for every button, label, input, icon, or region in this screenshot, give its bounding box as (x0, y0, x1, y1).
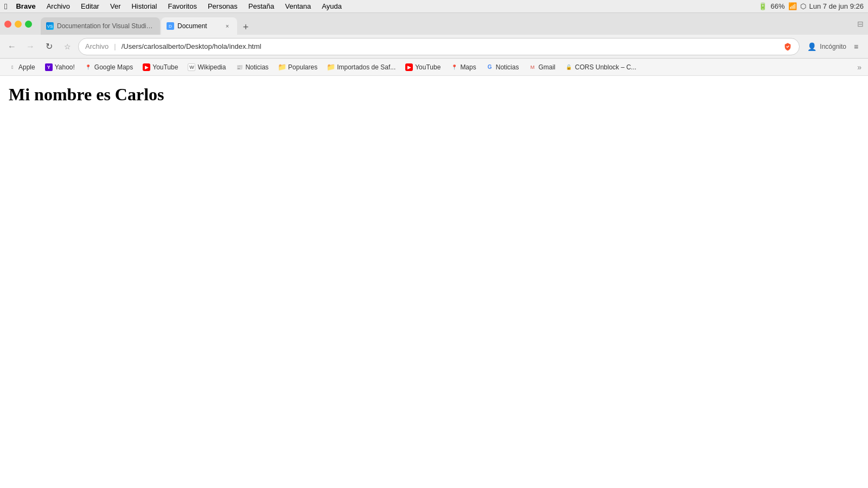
bookmark-maps-label: Google Maps (94, 63, 133, 71)
bookmarks-bar:  Apple Y Yahoo! 📍 Google Maps ▶ YouTube… (0, 59, 868, 76)
address-bar[interactable]: Archivo | /Users/carlosalberto/Desktop/h… (78, 38, 800, 55)
page-heading: Mi nombre es Carlos (9, 85, 859, 105)
bookmark-youtube-label: YouTube (152, 63, 178, 71)
reload-button[interactable]: ↻ (41, 39, 56, 54)
bookmarks-more-button[interactable]: » (855, 62, 864, 73)
bookmark-importados-label: Importados de Saf... (337, 63, 395, 71)
youtube2-bookmark-icon: ▶ (405, 63, 413, 71)
incognito-area: 👤 Incógnito (807, 42, 846, 51)
bookmark-noticias[interactable]: 📰 Noticias (231, 62, 273, 72)
bookmark-yahoo[interactable]: Y Yahoo! (41, 62, 79, 72)
menubar-editar[interactable]: Editar (76, 1, 104, 11)
brave-shield-icon[interactable] (783, 42, 793, 52)
bookmark-gmail-label: Gmail (538, 63, 555, 71)
tab-vscode-docs[interactable]: VS Documentation for Visual Studio C... (41, 17, 160, 35)
maps-bookmark-icon: 📍 (85, 63, 92, 71)
bookmark-wikipedia-label: Wikipedia (197, 63, 226, 71)
page-content: Mi nombre es Carlos (0, 76, 868, 488)
maps2-bookmark-icon: 📍 (450, 63, 458, 71)
macos-menubar:  Brave Archivo Editar Ver Historial Fav… (0, 0, 868, 13)
bookmark-youtube[interactable]: ▶ YouTube (138, 62, 182, 72)
window-controls (4, 21, 32, 28)
window-close-button[interactable] (4, 21, 11, 28)
bluetooth-icon: ⬡ (800, 2, 806, 10)
bookmark-gmail[interactable]: M Gmail (524, 62, 559, 72)
menubar-favoritos[interactable]: Favoritos (163, 1, 201, 11)
tab-close-button[interactable]: × (223, 22, 232, 30)
importados-folder-icon: 📁 (327, 63, 335, 71)
bookmark-maps2[interactable]: 📍 Maps (446, 62, 480, 72)
battery-percent: 66% (770, 2, 784, 10)
nav-right: 👤 Incógnito ≡ (803, 39, 864, 54)
menubar-ver[interactable]: Ver (106, 1, 125, 11)
window-maximize-button[interactable] (25, 21, 32, 28)
bookmark-populares-label: Populares (288, 63, 317, 71)
apple-bookmark-icon:  (9, 63, 16, 71)
bookmark-youtube2[interactable]: ▶ YouTube (401, 62, 445, 72)
tabs-area: VS Documentation for Visual Studio C... … (41, 13, 853, 35)
battery-icon: 🔋 (758, 2, 767, 10)
menubar-personas[interactable]: Personas (203, 1, 242, 11)
bookmark-noticias2-label: Noticias (496, 63, 519, 71)
bookmark-noticias-label: Noticias (245, 63, 269, 71)
youtube-bookmark-icon: ▶ (143, 63, 150, 71)
bookmark-google-maps[interactable]: 📍 Google Maps (80, 62, 137, 72)
browser-title-bar: VS Documentation for Visual Studio C... … (0, 13, 868, 35)
bookmark-noticias2[interactable]: G Noticias (482, 62, 524, 72)
doc-favicon-icon: D (167, 22, 174, 30)
clock-display: Lun 7 de jun 9:26 (809, 2, 864, 10)
menubar-pestana[interactable]: Pestaña (244, 1, 279, 11)
bookmark-cors[interactable]: 🔓 CORS Unblock – C... (561, 62, 641, 72)
cors-bookmark-icon: 🔓 (565, 63, 573, 71)
wikipedia-bookmark-icon: W (188, 63, 195, 71)
sidebar-toggle-icon[interactable]: ⊟ (857, 20, 864, 28)
menubar-ventana[interactable]: Ventana (281, 1, 316, 11)
bookmark-youtube2-label: YouTube (415, 63, 441, 71)
address-path: /Users/carlosalberto/Desktop/hola/index.… (122, 42, 779, 50)
incognito-icon: 👤 (807, 42, 816, 51)
menubar-archivo[interactable]: Archivo (42, 1, 74, 11)
new-tab-button[interactable]: + (238, 20, 253, 35)
menubar-right: 🔋 66% 📶 ⬡ Lun 7 de jun 9:26 (758, 2, 864, 10)
bookmark-maps2-label: Maps (460, 63, 476, 71)
tab-favicon-vscode: VS (46, 22, 54, 30)
bookmark-apple-label: Apple (18, 63, 35, 71)
menubar-brave[interactable]: Brave (11, 1, 40, 11)
browser-menu-button[interactable]: ≡ (848, 39, 864, 54)
tab-title-document: Document (177, 22, 220, 30)
back-button[interactable]: ← (4, 39, 20, 54)
incognito-label: Incógnito (820, 43, 846, 50)
apple-logo-icon[interactable]:  (4, 2, 7, 11)
tab-title-vscode: Documentation for Visual Studio C... (57, 22, 155, 30)
nav-bar: ← → ↻ ☆ Archivo | /Users/carlosalberto/D… (0, 35, 868, 59)
forward-button[interactable]: → (23, 39, 38, 54)
gmail-bookmark-icon: M (528, 63, 536, 71)
noticias-bookmark-icon: 📰 (235, 63, 243, 71)
yahoo-bookmark-icon: Y (45, 63, 53, 71)
vscode-favicon-icon: VS (46, 22, 54, 30)
populares-folder-icon: 📁 (278, 63, 286, 71)
address-separator: | (114, 42, 116, 50)
bookmark-yahoo-label: Yahoo! (55, 63, 75, 71)
bookmark-apple[interactable]:  Apple (4, 62, 40, 72)
menubar-historial[interactable]: Historial (127, 1, 161, 11)
menubar-ayuda[interactable]: Ayuda (317, 1, 346, 11)
title-bar-right: ⊟ (857, 20, 864, 28)
window-minimize-button[interactable] (15, 21, 22, 28)
wifi-icon: 📶 (788, 2, 797, 10)
noticias2-bookmark-icon: G (486, 63, 494, 71)
bookmark-populares[interactable]: 📁 Populares (274, 62, 322, 72)
tab-favicon-doc: D (167, 22, 174, 30)
bookmark-wikipedia[interactable]: W Wikipedia (183, 62, 230, 72)
tab-document[interactable]: D Document × (161, 17, 237, 35)
bookmark-page-button[interactable]: ☆ (60, 39, 75, 54)
bookmark-cors-label: CORS Unblock – C... (575, 63, 636, 71)
bookmark-importados[interactable]: 📁 Importados de Saf... (323, 62, 400, 72)
address-source-label: Archivo (85, 42, 108, 50)
